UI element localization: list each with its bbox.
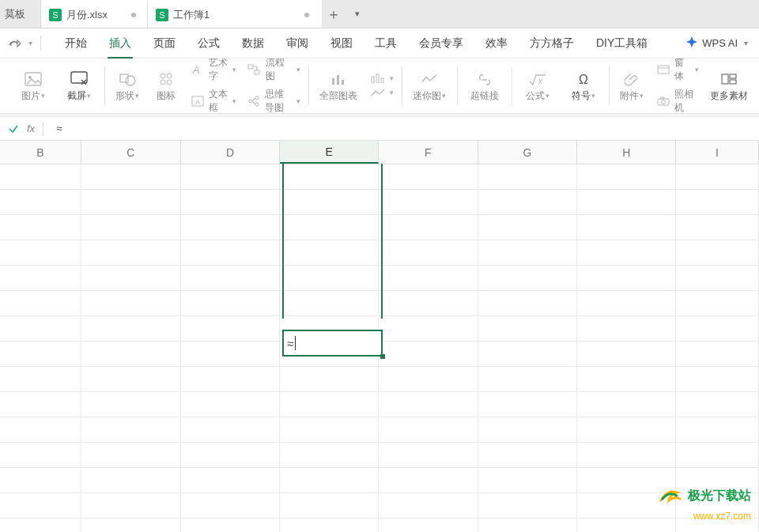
dropdown-icon[interactable]: ▾ (28, 39, 32, 47)
sparkline-button[interactable]: 迷你图▾ (410, 62, 449, 109)
more-assets-button[interactable]: 更多素材 (710, 62, 748, 109)
col-header-f[interactable]: F (379, 141, 478, 164)
cell[interactable] (81, 468, 181, 492)
confirm-edit-icon[interactable] (8, 123, 19, 134)
cell[interactable] (577, 215, 676, 240)
table-row[interactable] (0, 367, 759, 392)
workbook-tab-1[interactable]: S 月份.xlsx (41, 0, 147, 28)
mindmap-button[interactable]: 思维导图▾ (247, 88, 300, 114)
fill-handle[interactable] (380, 354, 385, 359)
cell[interactable] (0, 519, 81, 532)
workbook-tab-2[interactable]: S 工作簿1 (148, 0, 322, 28)
cell[interactable] (676, 164, 759, 189)
menu-ffgz[interactable]: 方方格子 (519, 28, 585, 58)
cell[interactable] (478, 240, 578, 265)
cell[interactable] (676, 316, 759, 341)
table-row[interactable] (0, 215, 759, 240)
cell[interactable] (478, 164, 578, 189)
cell[interactable] (181, 493, 281, 518)
cell[interactable] (379, 215, 478, 240)
cell[interactable] (577, 190, 676, 214)
insert-picture-button[interactable]: 图片▾ (16, 62, 51, 109)
cell[interactable] (81, 215, 181, 240)
cell[interactable] (81, 316, 181, 341)
cell[interactable] (81, 190, 181, 214)
cell[interactable] (81, 417, 181, 442)
cell[interactable] (181, 443, 281, 467)
cell[interactable] (379, 468, 478, 492)
col-header-b[interactable]: B (0, 141, 81, 164)
cell[interactable] (181, 519, 281, 532)
cell[interactable] (81, 164, 181, 189)
cell[interactable] (379, 164, 478, 189)
col-header-h[interactable]: H (577, 141, 676, 164)
cell[interactable] (577, 341, 676, 366)
cell[interactable] (181, 215, 281, 240)
cell[interactable] (280, 468, 379, 492)
cell[interactable] (379, 392, 478, 417)
cell[interactable] (577, 240, 676, 265)
cell[interactable] (379, 417, 478, 442)
cell[interactable] (0, 493, 81, 518)
cell[interactable] (81, 493, 181, 518)
col-header-i[interactable]: I (676, 141, 759, 164)
cell[interactable] (676, 417, 759, 442)
col-header-g[interactable]: G (478, 141, 578, 164)
col-header-d[interactable]: D (181, 141, 281, 164)
cell[interactable] (181, 164, 281, 189)
table-row[interactable] (0, 392, 759, 417)
menu-efficiency[interactable]: 效率 (474, 28, 519, 58)
cell[interactable] (478, 417, 578, 442)
cell[interactable] (676, 215, 759, 240)
table-row[interactable] (0, 164, 759, 190)
cell[interactable] (577, 392, 676, 417)
cell[interactable] (577, 291, 676, 315)
window-form-button[interactable]: 窗体▾ (657, 58, 699, 83)
cell[interactable] (280, 493, 379, 518)
menu-page[interactable]: 页面 (142, 28, 187, 58)
cell[interactable] (81, 367, 181, 391)
cell[interactable] (280, 190, 379, 214)
tab-menu-button[interactable]: ▾ (346, 0, 369, 28)
textbox-button[interactable]: A 文本框▾ (191, 88, 236, 114)
menu-data[interactable]: 数据 (231, 28, 275, 58)
cell[interactable] (280, 240, 379, 265)
cell[interactable] (676, 190, 759, 214)
cell[interactable] (280, 164, 379, 189)
cell[interactable] (181, 341, 281, 366)
cell[interactable] (676, 341, 759, 366)
menu-tools[interactable]: 工具 (364, 28, 408, 58)
cell[interactable] (280, 367, 379, 391)
cell[interactable] (478, 291, 578, 315)
col-header-e[interactable]: E (280, 141, 379, 164)
cell[interactable] (181, 291, 281, 315)
cell[interactable] (81, 443, 181, 467)
redo-icon[interactable] (6, 38, 21, 49)
cell[interactable] (81, 519, 181, 532)
shapes-button[interactable]: 形状▾ (113, 62, 141, 109)
table-row[interactable] (0, 240, 759, 266)
cell[interactable] (478, 316, 578, 341)
cell[interactable] (0, 316, 81, 341)
cell[interactable] (478, 392, 578, 417)
cell[interactable] (478, 493, 578, 518)
col-header-c[interactable]: C (81, 141, 181, 164)
cell[interactable] (676, 291, 759, 315)
cell[interactable] (379, 341, 478, 366)
table-row[interactable] (0, 291, 759, 316)
cell[interactable] (379, 519, 478, 532)
cell[interactable] (0, 291, 81, 315)
table-row[interactable] (0, 493, 759, 519)
cell[interactable] (181, 468, 281, 492)
cell[interactable] (577, 417, 676, 442)
cell[interactable] (0, 367, 81, 391)
cell[interactable] (478, 190, 578, 214)
cell[interactable] (81, 341, 181, 366)
table-row[interactable] (0, 190, 759, 215)
cell[interactable] (0, 190, 81, 214)
menu-diy[interactable]: DIY工具箱 (585, 28, 659, 58)
cell[interactable] (577, 367, 676, 391)
cell[interactable] (478, 468, 578, 492)
screenshot-button[interactable]: 截屏▾ (62, 62, 96, 109)
spreadsheet-grid[interactable]: B C D E F G H I ≈ 极光下载站 www.xz7.com (0, 141, 759, 532)
